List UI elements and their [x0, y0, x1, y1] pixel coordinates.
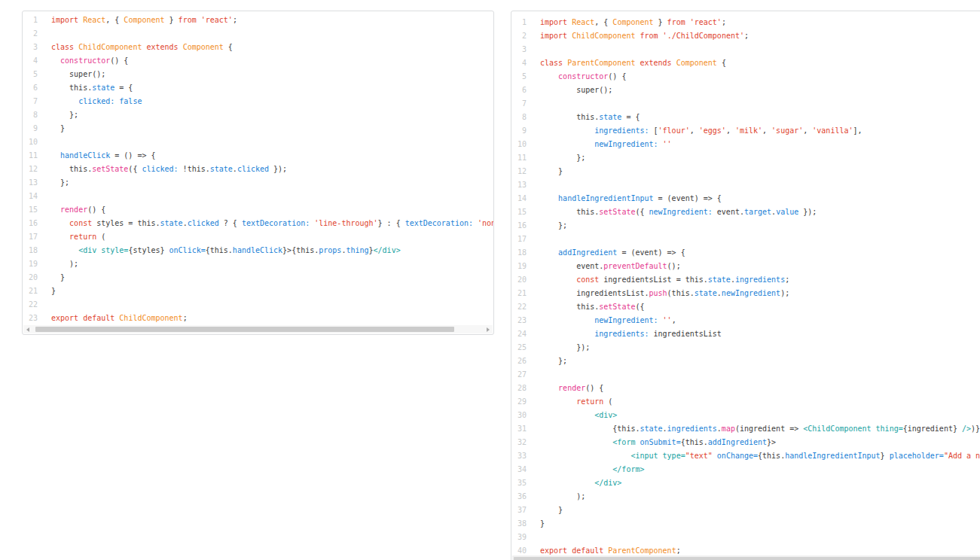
code-text: addIngredient = (event) => { — [540, 246, 685, 260]
code-line: 17 — [511, 233, 980, 246]
code-text: render() { — [540, 382, 603, 395]
line-number: 29 — [511, 395, 527, 409]
code-text: const styles = this.state.clicked ? { te… — [51, 217, 494, 230]
code-line: 38} — [511, 517, 980, 531]
code-text: constructor() { — [51, 54, 128, 68]
code-line: 15 render() { — [23, 203, 493, 217]
line-number: 19 — [23, 257, 38, 271]
code-text: this.setState({ newIngredient: event.tar… — [540, 205, 817, 219]
code-line: 24 ingredients: ingredientsList — [511, 327, 980, 341]
code-text: }; — [540, 219, 567, 233]
code-line: 34 </form> — [511, 463, 980, 476]
code-line: 8 }; — [23, 108, 493, 122]
code-text: newIngredient: '' — [540, 138, 672, 151]
code-line: 1import React, { Component } from 'react… — [23, 14, 493, 27]
line-number: 6 — [23, 81, 38, 95]
code-line: 19 ); — [23, 257, 493, 271]
code-text: ingredients: ['flour', 'eggs', 'milk', '… — [540, 124, 862, 138]
line-number: 36 — [511, 490, 527, 504]
line-number: 9 — [511, 124, 527, 138]
line-number: 13 — [511, 178, 527, 192]
code-line: 23export default ChildComponent; — [23, 312, 493, 325]
line-number: 17 — [23, 230, 38, 244]
line-number: 4 — [511, 56, 527, 70]
code-text: <input type="text" onChange={this.handle… — [540, 449, 980, 463]
line-number: 15 — [23, 203, 38, 217]
line-number: 15 — [511, 205, 527, 219]
code-line: 6 super(); — [511, 84, 980, 97]
code-text: <form onSubmit={this.addIngredient}> — [540, 436, 776, 449]
code-line: 37 } — [511, 504, 980, 517]
code-line: 11 }; — [511, 151, 980, 165]
code-text: } — [540, 165, 563, 178]
code-line: 22 — [23, 298, 493, 312]
code-line: 2import ChildComponent from './ChildComp… — [511, 29, 980, 43]
scroll-left-arrow-icon[interactable] — [26, 327, 29, 332]
code-line: 16 const styles = this.state.clicked ? {… — [23, 217, 493, 230]
code-line: 32 <form onSubmit={this.addIngredient}> — [511, 436, 980, 449]
code-text: super(); — [540, 84, 612, 97]
code-line: 39 — [511, 531, 980, 544]
code-text: this.setState({ clicked: !this.state.cli… — [51, 163, 287, 176]
code-line: 21 ingredientsList.push(this.state.newIn… — [511, 287, 980, 300]
code-line: 9 } — [23, 122, 493, 135]
line-number: 6 — [511, 84, 527, 97]
code-text: class ParentComponent extends Component … — [540, 56, 726, 70]
code-text: ingredientsList.push(this.state.newIngre… — [540, 287, 789, 300]
code-line: 10 newIngredient: '' — [511, 138, 980, 151]
line-number: 11 — [511, 151, 527, 165]
line-number: 16 — [511, 219, 527, 233]
line-number: 7 — [23, 95, 38, 108]
line-number: 8 — [23, 108, 38, 122]
code-line: 10 — [23, 135, 493, 149]
code-line: 29 return ( — [511, 395, 980, 409]
horizontal-scrollbar[interactable] — [23, 325, 493, 333]
right-code-panel: 1import React, { Component } from 'react… — [511, 11, 980, 560]
code-text: return ( — [540, 395, 612, 409]
line-number: 5 — [23, 68, 38, 81]
code-text: const ingredientsList = this.state.ingre… — [540, 273, 789, 287]
code-line: 28 render() { — [511, 382, 980, 395]
code-text: </form> — [540, 463, 644, 476]
code-line: 7 — [511, 97, 980, 111]
code-line: 31 {this.state.ingredients.map(ingredien… — [511, 422, 980, 436]
line-number: 24 — [511, 327, 527, 341]
code-line: 5 constructor() { — [511, 70, 980, 84]
line-number: 2 — [511, 29, 527, 43]
left-code-panel: 1import React, { Component } from 'react… — [22, 11, 494, 335]
code-text: import ChildComponent from './ChildCompo… — [540, 29, 749, 43]
line-number: 12 — [23, 163, 38, 176]
code-line: 26 }; — [511, 355, 980, 368]
code-text: <div> — [540, 409, 617, 422]
code-line: 13 }; — [23, 176, 493, 190]
code-text: } — [540, 504, 563, 517]
code-line: 4class ParentComponent extends Component… — [511, 56, 980, 70]
code-text: this.state = { — [51, 81, 133, 95]
code-text: newIngredient: '', — [540, 314, 676, 327]
code-text: handleIngredientInput = (event) => { — [540, 192, 722, 205]
line-number: 37 — [511, 504, 527, 517]
code-line: 14 handleIngredientInput = (event) => { — [511, 192, 980, 205]
code-line: 14 — [23, 190, 493, 203]
scroll-right-arrow-icon[interactable] — [487, 327, 490, 332]
code-line: 6 this.state = { — [23, 81, 493, 95]
code-line: 19 event.preventDefault(); — [511, 260, 980, 273]
line-number: 20 — [511, 273, 527, 287]
code-line: 27 — [511, 368, 980, 382]
line-number: 20 — [23, 271, 38, 285]
line-number: 35 — [511, 476, 527, 490]
code-text: }; — [540, 355, 567, 368]
line-number: 21 — [23, 285, 38, 298]
horizontal-scrollbar[interactable] — [512, 555, 980, 560]
code-line: 8 this.state = { — [511, 111, 980, 124]
horizontal-scrollbar-thumb[interactable] — [35, 327, 454, 332]
code-line: 13 — [511, 178, 980, 192]
line-number: 27 — [511, 368, 527, 382]
code-line: 36 ); — [511, 490, 980, 504]
code-text: clicked: false — [51, 95, 142, 108]
code-text: }; — [51, 108, 78, 122]
horizontal-scrollbar-thumb[interactable] — [514, 557, 980, 560]
code-text: ); — [540, 490, 585, 504]
code-text: } — [540, 517, 545, 531]
code-line: 11 handleClick = () => { — [23, 149, 493, 163]
